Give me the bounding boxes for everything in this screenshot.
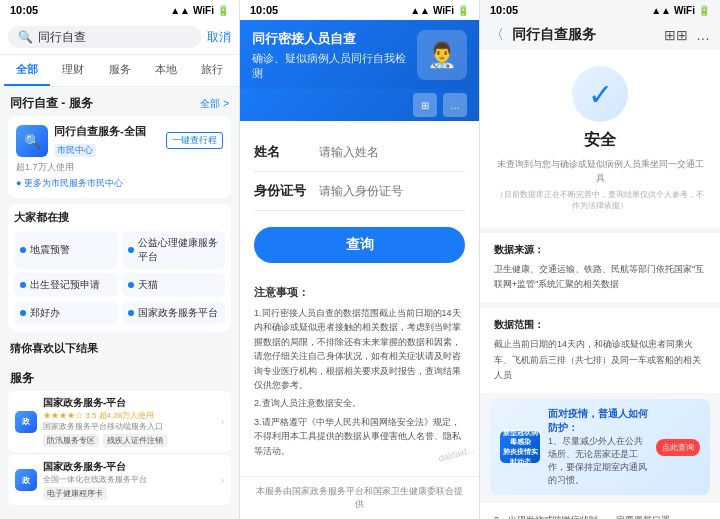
service-list: 政 国家政务服务-平台 ★★★★☆ 3.5 超4.28万人使用 国家政务服务平台… [0, 391, 239, 505]
battery-icon-2: 🔋 [457, 5, 469, 16]
service-link[interactable]: ● 更多为市民服务市民中心 [16, 177, 223, 190]
id-input[interactable] [319, 184, 469, 198]
wifi-icon-2: WiFi [433, 5, 454, 16]
grid-item-4[interactable]: 郑好办 [14, 301, 118, 325]
notice-title: 注意事项： [254, 285, 465, 300]
panel-form: 10:05 ▲▲ WiFi 🔋 同行密接人员自查 确诊、疑似病例人员同行自我检测… [240, 0, 480, 519]
epidemic-icon-text: 新型冠状病毒感染肺炎疫情实时动态 [500, 428, 540, 467]
popular-title: 大家都在搜 [14, 210, 225, 225]
form-header: 同行密接人员自查 确诊、疑似病例人员同行自我检测 👨‍⚕️ [240, 20, 479, 89]
grid-label-1: 公益心理健康服务平台 [138, 236, 220, 264]
status-bar-2: 10:05 ▲▲ WiFi 🔋 [240, 0, 479, 20]
service-tag: 市民中心 [54, 144, 96, 157]
popular-grid: 地震预警 公益心理健康服务平台 出生登记预申请 天猫 郑好办 国家政务服务平台 [14, 231, 225, 325]
epidemic-query-button[interactable]: 点此查询 [656, 439, 700, 456]
section-header: 同行自查 - 服务 全部 > [0, 87, 239, 116]
service-item-name-0: 国家政务服务-平台 [43, 396, 215, 410]
service-card[interactable]: 🔍 同行自查服务-全国 市民中心 一键查行程 超1.7万人使用 ● 更多为市民服… [8, 116, 231, 198]
name-input[interactable] [319, 145, 469, 159]
tab-bar: 全部 理财 服务 本地 旅行 [0, 55, 239, 87]
service-item-stars-0: ★★★★☆ 3.5 超4.28万人使用 [43, 410, 215, 421]
result-body: ✓ 安全 未查询到与您与确诊或疑似病例人员乘坐同一交通工具 （目前数据库正在不断… [480, 50, 720, 519]
epidemic-banner[interactable]: 新型冠状病毒感染肺炎疫情实时动态 面对疫情，普通人如何防护： 1、尽量减少外人在… [490, 399, 710, 495]
panel-search: 10:05 ▲▲ WiFi 🔋 🔍 取消 全部 理财 服务 本地 旅行 同行自查… [0, 0, 240, 519]
datarange-section: 数据范围： 截止当前日期的14天内，和确诊或疑似患者同乘火车、飞机前后三排（共七… [480, 308, 720, 393]
tab-service[interactable]: 服务 [96, 55, 142, 86]
id-label: 身份证号 [254, 182, 309, 200]
search-input[interactable] [38, 30, 191, 44]
tab-all[interactable]: 全部 [4, 55, 50, 86]
service-item-name-1: 国家政务服务-平台 [43, 460, 215, 474]
epidemic-tip-0: 1、尽量减少外人在公共场所、无论居家还是工作，要保持定期室内通风的习惯。 [548, 435, 648, 487]
tab-travel[interactable]: 旅行 [189, 55, 235, 86]
dot-icon-3 [128, 282, 134, 288]
tips-section: 2、出现发烧或咳嗽症状时，一定要佩戴口罩。 3、勤洗手，如果不小心用手触摸了自己… [480, 503, 720, 519]
search-input-wrap[interactable]: 🔍 [8, 26, 201, 48]
result-header: 〈 同行自查服务 ⊞⊞ … [480, 20, 720, 50]
status-bar-1: 10:05 ▲▲ WiFi 🔋 [0, 0, 239, 20]
search-icon: 🔍 [18, 30, 33, 44]
back-button[interactable]: 〈 [490, 26, 504, 44]
signal-icon-2: ▲▲ [410, 5, 430, 16]
battery-icon: 🔋 [217, 5, 229, 16]
grid-item-5[interactable]: 国家政务服务平台 [122, 301, 226, 325]
notice-section: 注意事项： 1.同行密接人员自查的数据范围截止当前日期的14天内和确诊或疑似患者… [240, 275, 479, 476]
grid-label-0: 地震预警 [30, 243, 70, 257]
query-button[interactable]: 查询 [254, 227, 465, 263]
tab-local[interactable]: 本地 [143, 55, 189, 86]
section-more[interactable]: 全部 > [200, 97, 229, 111]
result-title: 同行自查服务 [512, 26, 656, 44]
time-1: 10:05 [10, 4, 38, 16]
dot-icon-0 [20, 247, 26, 253]
tab-finance[interactable]: 理财 [50, 55, 96, 86]
more-options-icon[interactable]: … [696, 27, 710, 43]
status-icons-3: ▲▲ WiFi 🔋 [651, 4, 710, 16]
service-logo-1: 政 [15, 469, 37, 491]
id-field: 身份证号 [254, 172, 465, 211]
epidemic-tips-title: 面对疫情，普通人如何防护： [548, 407, 648, 435]
form-footer: 本服务由国家政务服务平台和国家卫生健康委联合提供 [240, 476, 479, 519]
service-info: 同行自查服务-全国 市民中心 [54, 124, 160, 157]
shield-note: （目前数据库正在不断完善中，查询结果仅供个人参考，不作为法律依据） [496, 189, 704, 211]
service-tag-02: 残疾人证件注销 [103, 434, 167, 447]
form-header-sub: 确诊、疑似病例人员同行自我检测 [252, 51, 409, 81]
datarange-title: 数据范围： [494, 318, 706, 332]
grid-view-icon[interactable]: ⊞⊞ [664, 27, 688, 43]
query-form: 姓名 身份证号 查询 [240, 121, 479, 275]
dot-icon-5 [128, 310, 134, 316]
signal-icon-3: ▲▲ [651, 5, 671, 16]
tip-1: 2、出现发烧或咳嗽症状时，一定要佩戴口罩。 [494, 513, 706, 519]
grid-item-0[interactable]: 地震预警 [14, 231, 118, 269]
service-action[interactable]: 一键查行程 [166, 132, 223, 149]
status-icons-2: ▲▲ WiFi 🔋 [410, 4, 469, 16]
service-tags-0: 防汛服务专区 残疾人证件注销 [43, 434, 215, 447]
grid-icon-btn[interactable]: ⊞ [413, 93, 437, 117]
signal-icon: ▲▲ [170, 5, 190, 16]
grid-item-3[interactable]: 天猫 [122, 273, 226, 297]
arrow-icon-0: › [221, 416, 224, 427]
more-icon-btn[interactable]: … [443, 93, 467, 117]
service-item-info-1: 国家政务服务-平台 全国一体化在线政务服务平台 电子健康程序卡 [43, 460, 215, 500]
cancel-button[interactable]: 取消 [207, 29, 231, 46]
service-card-header: 🔍 同行自查服务-全国 市民中心 一键查行程 [16, 124, 223, 157]
notice-item-1: 2.查询人员注意数据安全。 [254, 396, 465, 410]
grid-item-1[interactable]: 公益心理健康服务平台 [122, 231, 226, 269]
service-name: 同行自查服务-全国 [54, 124, 160, 139]
service-tag-01: 防汛服务专区 [43, 434, 99, 447]
form-header-text: 同行密接人员自查 确诊、疑似病例人员同行自我检测 [252, 30, 409, 81]
shield-icon: ✓ [572, 66, 628, 122]
service-logo-0: 政 [15, 411, 37, 433]
service-item-1[interactable]: 政 国家政务服务-平台 全国一体化在线政务服务平台 电子健康程序卡 › [8, 455, 231, 505]
shield-desc: 未查询到与您与确诊或疑似病例人员乘坐同一交通工具 [496, 157, 704, 186]
like-title: 猜你喜欢以下结果 [10, 341, 229, 356]
status-bar-3: 10:05 ▲▲ WiFi 🔋 [480, 0, 720, 20]
service-item-0[interactable]: 政 国家政务服务-平台 ★★★★☆ 3.5 超4.28万人使用 国家政务服务平台… [8, 391, 231, 452]
name-field: 姓名 [254, 133, 465, 172]
grid-item-2[interactable]: 出生登记预申请 [14, 273, 118, 297]
datarange-text: 截止当前日期的14天内，和确诊或疑似患者同乘火车、飞机前后三排（共七排）及同一车… [494, 337, 706, 383]
service-tag-11: 电子健康程序卡 [43, 487, 107, 500]
service-item-desc-1: 全国一体化在线政务服务平台 [43, 474, 215, 485]
shield-section: ✓ 安全 未查询到与您与确诊或疑似病例人员乘坐同一交通工具 （目前数据库正在不断… [480, 50, 720, 227]
service-tags-1: 电子健康程序卡 [43, 487, 215, 500]
time-3: 10:05 [490, 4, 518, 16]
